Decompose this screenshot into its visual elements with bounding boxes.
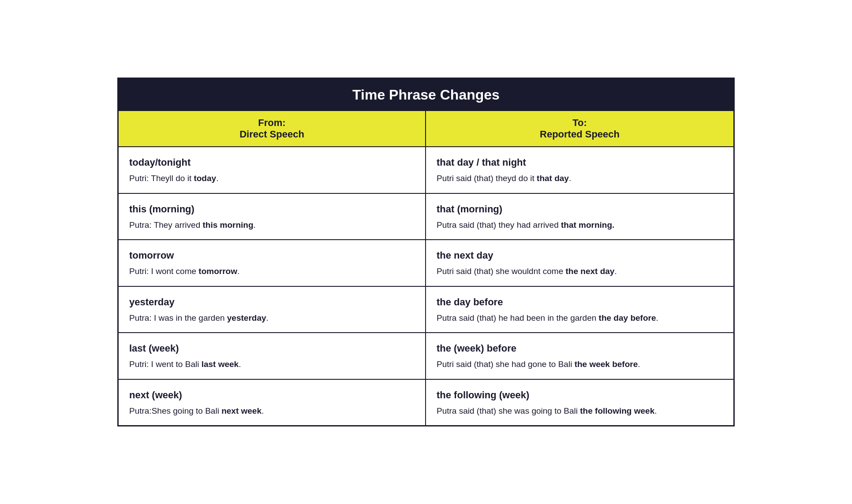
from-example: Putri: I went to Bali last week. bbox=[129, 359, 241, 369]
to-cell-3: the day beforePutra said (that) he had b… bbox=[426, 287, 733, 333]
table-title: Time Phrase Changes bbox=[119, 79, 733, 111]
from-phrase-title: yesterday bbox=[129, 295, 415, 309]
to-cell-4: the (week) beforePutri said (that) she h… bbox=[426, 333, 733, 379]
table-row: last (week)Putri: I went to Bali last we… bbox=[119, 333, 733, 380]
time-phrase-table: Time Phrase Changes From: Direct Speech … bbox=[117, 78, 735, 426]
header-col1: From: Direct Speech bbox=[119, 111, 426, 146]
from-phrase-title: this (morning) bbox=[129, 202, 415, 216]
to-example: Putri said (that) theyd do it that day. bbox=[437, 174, 571, 183]
from-phrase-title: today/tonight bbox=[129, 155, 415, 170]
header-row: From: Direct Speech To: Reported Speech bbox=[119, 111, 733, 147]
table-row: this (morning)Putra: They arrived this m… bbox=[119, 194, 733, 241]
table-body: today/tonightPutri: Theyll do it today.t… bbox=[119, 147, 733, 425]
from-example: Putra:Shes going to Bali next week. bbox=[129, 406, 264, 415]
to-phrase-title: that day / that night bbox=[437, 155, 723, 170]
from-phrase-title: next (week) bbox=[129, 388, 415, 402]
header-col2: To: Reported Speech bbox=[426, 111, 733, 146]
from-cell-5: next (week)Putra:Shes going to Bali next… bbox=[119, 380, 426, 426]
to-phrase-title: the following (week) bbox=[437, 388, 723, 402]
table-row: next (week)Putra:Shes going to Bali next… bbox=[119, 380, 733, 426]
to-example: Putri said (that) she had gone to Bali t… bbox=[437, 359, 640, 369]
to-example: Putra said (that) he had been in the gar… bbox=[437, 313, 658, 322]
from-example: Putri: I wont come tomorrow. bbox=[129, 267, 239, 276]
to-phrase-title: that (morning) bbox=[437, 202, 723, 216]
to-phrase-title: the next day bbox=[437, 248, 723, 263]
to-example: Putra said (that) she was going to Bali … bbox=[437, 406, 657, 415]
to-phrase-title: the (week) before bbox=[437, 341, 723, 356]
from-cell-0: today/tonightPutri: Theyll do it today. bbox=[119, 147, 426, 193]
from-phrase-title: last (week) bbox=[129, 341, 415, 356]
from-cell-3: yesterdayPutra: I was in the garden yest… bbox=[119, 287, 426, 333]
from-example: Putri: Theyll do it today. bbox=[129, 174, 218, 183]
to-cell-0: that day / that nightPutri said (that) t… bbox=[426, 147, 733, 193]
to-example: Putri said (that) she wouldnt come the n… bbox=[437, 267, 617, 276]
from-example: Putra: They arrived this morning. bbox=[129, 220, 256, 230]
table-row: today/tonightPutri: Theyll do it today.t… bbox=[119, 147, 733, 194]
from-cell-2: tomorrowPutri: I wont come tomorrow. bbox=[119, 240, 426, 286]
table-row: yesterdayPutra: I was in the garden yest… bbox=[119, 287, 733, 334]
table-row: tomorrowPutri: I wont come tomorrow.the … bbox=[119, 240, 733, 287]
from-phrase-title: tomorrow bbox=[129, 248, 415, 263]
to-cell-5: the following (week)Putra said (that) sh… bbox=[426, 380, 733, 426]
to-cell-1: that (morning)Putra said (that) they had… bbox=[426, 194, 733, 240]
to-example: Putra said (that) they had arrived that … bbox=[437, 220, 614, 230]
to-cell-2: the next dayPutri said (that) she wouldn… bbox=[426, 240, 733, 286]
to-phrase-title: the day before bbox=[437, 295, 723, 309]
from-cell-4: last (week)Putri: I went to Bali last we… bbox=[119, 333, 426, 379]
from-cell-1: this (morning)Putra: They arrived this m… bbox=[119, 194, 426, 240]
from-example: Putra: I was in the garden yesterday. bbox=[129, 313, 269, 322]
